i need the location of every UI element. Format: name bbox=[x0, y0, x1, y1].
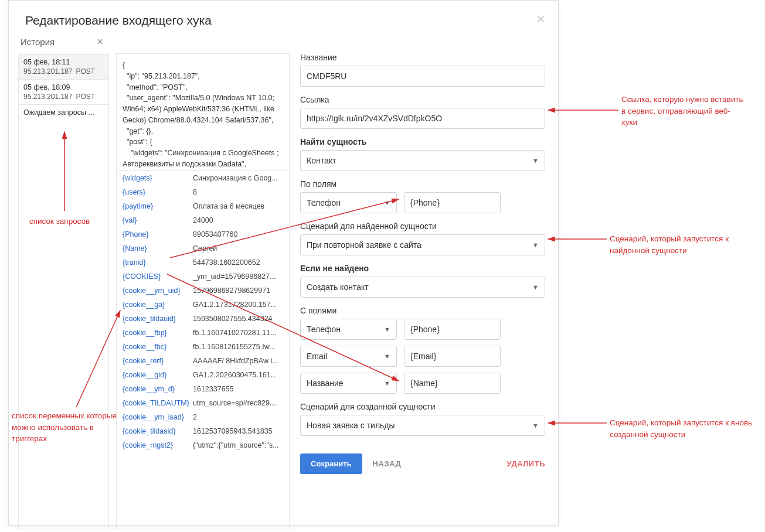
notfound-label: Если не найдено bbox=[300, 264, 545, 273]
variable-row[interactable]: {cookie_tildasid}1612537095943.541835 bbox=[117, 424, 289, 438]
variable-row[interactable]: {Name}Сергей bbox=[117, 241, 289, 255]
variable-value: fb.1.1607410270281.11... bbox=[193, 329, 283, 337]
variable-value: GA1.2.2026030475.161... bbox=[193, 371, 283, 379]
variable-key[interactable]: {Phone} bbox=[123, 230, 193, 238]
chevron-down-icon: ▼ bbox=[532, 284, 539, 291]
created-scenario-select[interactable]: Новая заявка с тильды ▼ bbox=[300, 415, 545, 436]
save-button[interactable]: Сохранить bbox=[300, 453, 362, 474]
variable-row[interactable]: {cookie__ga}GA1.2.1731728200.157... bbox=[117, 298, 289, 312]
withfields-label: С полями bbox=[300, 306, 545, 315]
modal-title: Редактирование входящего хука bbox=[25, 13, 542, 28]
history-clear-icon[interactable]: × bbox=[94, 36, 106, 48]
variable-row[interactable]: {users}8 bbox=[117, 185, 289, 199]
variables-table[interactable]: {widgets}Синхронизация с Goog...{users}8… bbox=[117, 171, 289, 530]
name-label: Название bbox=[300, 53, 545, 62]
variable-value: fb.1.1608126155275.Iw... bbox=[193, 343, 283, 351]
byfield-value-input[interactable] bbox=[404, 192, 501, 213]
withfield-select[interactable]: Email▼ bbox=[300, 346, 397, 367]
variable-key[interactable]: {Name} bbox=[123, 244, 193, 253]
history-item[interactable]: 05 фев, 18:11 95.213.201.187POST bbox=[19, 54, 108, 80]
webhook-edit-modal: Редактирование входящего хука × История … bbox=[8, 0, 559, 526]
history-column: 05 фев, 18:11 95.213.201.187POST 05 фев,… bbox=[18, 54, 109, 530]
variable-key[interactable]: {paytime} bbox=[123, 202, 193, 210]
withfield-row: Название▼ bbox=[300, 373, 545, 394]
delete-button[interactable]: УДАЛИТЬ bbox=[507, 459, 546, 468]
variable-row[interactable]: {cookie__ym_isad}2 bbox=[117, 410, 289, 424]
form-actions: Сохранить НАЗАД УДАЛИТЬ bbox=[300, 453, 545, 474]
variable-key[interactable]: {cookie_rerf} bbox=[123, 357, 193, 365]
history-meta: 95.213.201.187POST bbox=[23, 93, 104, 101]
variable-key[interactable]: {cookie__fbc} bbox=[123, 343, 193, 351]
history-meta: 95.213.201.187POST bbox=[23, 67, 104, 76]
variable-row[interactable]: {val}24000 bbox=[117, 213, 289, 227]
variable-row[interactable]: {cookie__fbc}fb.1.1608126155275.Iw... bbox=[117, 340, 289, 354]
variable-key[interactable]: {cookie__ym_d} bbox=[123, 385, 193, 393]
variable-value: {"utmz":{"utm_source":"s... bbox=[193, 441, 283, 449]
variable-key[interactable]: {cookie__ym_uid} bbox=[123, 287, 193, 295]
variable-key[interactable]: {COOKIES} bbox=[123, 272, 193, 281]
history-time: 05 фев, 18:09 bbox=[23, 83, 104, 91]
withfield-value-input[interactable] bbox=[404, 319, 501, 340]
variable-row[interactable]: {widgets}Синхронизация с Goog... bbox=[117, 171, 289, 185]
variable-key[interactable]: {cookie_tildasid} bbox=[123, 427, 193, 435]
variable-row[interactable]: {cookie_rerf}AAAAAF/ 8HkfdZpBAw i... bbox=[117, 354, 289, 368]
withfield-value-input[interactable] bbox=[404, 373, 501, 394]
annotation-requests-list: список запросов bbox=[29, 216, 90, 227]
variable-value: 89053407760 bbox=[193, 230, 283, 238]
chevron-down-icon: ▼ bbox=[532, 241, 539, 248]
history-header-row: История × bbox=[18, 36, 108, 52]
variable-value: 2 bbox=[193, 413, 283, 421]
variable-row[interactable]: {COOKIES}_ym_uid=15796986827... bbox=[117, 270, 289, 284]
variable-row[interactable]: {cookie__ym_d}1612337655 bbox=[117, 382, 289, 396]
find-entity-label: Найти сущность bbox=[300, 137, 545, 146]
variable-key[interactable]: {widgets} bbox=[123, 174, 193, 182]
byfield-select[interactable]: Телефон ▼ bbox=[300, 192, 397, 213]
variable-key[interactable]: {cookie_TILDAUTM} bbox=[123, 399, 193, 407]
find-entity-select[interactable]: Контакт ▼ bbox=[300, 150, 545, 171]
withfield-select[interactable]: Название▼ bbox=[300, 373, 397, 394]
variable-row[interactable]: {cookie_TILDAUTM}utm_source=sp#rec829... bbox=[117, 396, 289, 410]
variables-column: { "ip": "95.213.201.187", "method": "POS… bbox=[116, 53, 290, 530]
variable-row[interactable]: {tranid}544738:1602200652 bbox=[117, 255, 289, 270]
name-input[interactable] bbox=[300, 66, 545, 87]
withfield-row: Email▼ bbox=[300, 346, 545, 367]
variable-value: 1612337655 bbox=[193, 385, 283, 393]
variable-value: Сергей bbox=[193, 244, 283, 253]
history-label: История bbox=[21, 37, 55, 47]
variable-row[interactable]: {cookie__fbp}fb.1.1607410270281.11... bbox=[117, 326, 289, 340]
variable-row[interactable]: {cookie__gid}GA1.2.2026030475.161... bbox=[117, 368, 289, 382]
variable-key[interactable]: {tranid} bbox=[123, 258, 193, 267]
variable-key[interactable]: {cookie__ga} bbox=[123, 301, 193, 309]
variable-row[interactable]: {cookie_rngst2}{"utmz":{"utm_source":"s.… bbox=[117, 438, 289, 452]
variable-key[interactable]: {cookie__fbp} bbox=[123, 329, 193, 337]
history-waiting: Ожидаем запросы ... bbox=[19, 105, 108, 120]
variable-key[interactable]: {cookie__gid} bbox=[123, 371, 193, 379]
variable-row[interactable]: {Phone}89053407760 bbox=[117, 227, 289, 241]
variable-value: Оплата за 6 месяцев bbox=[193, 202, 283, 210]
variable-value: utm_source=sp#rec829... bbox=[193, 399, 283, 407]
variable-row[interactable]: {cookie_tildauid}1593508027555.434324 bbox=[117, 312, 289, 326]
annotation-link: Ссылка, которую нужно вставить в сервис,… bbox=[621, 94, 744, 128]
created-scenario-label: Сценарий для созданной сущности bbox=[300, 402, 545, 411]
close-icon[interactable]: × bbox=[536, 11, 545, 26]
variable-key[interactable]: {val} bbox=[123, 216, 193, 224]
variable-key[interactable]: {cookie__ym_isad} bbox=[123, 413, 193, 421]
modal-header: Редактирование входящего хука × bbox=[9, 1, 558, 36]
variable-key[interactable]: {cookie_tildauid} bbox=[123, 315, 193, 323]
link-input[interactable] bbox=[300, 108, 545, 129]
withfield-select[interactable]: Телефон▼ bbox=[300, 319, 397, 340]
back-button[interactable]: НАЗАД bbox=[373, 459, 402, 468]
found-scenario-select[interactable]: При повторной заявке с сайта ▼ bbox=[300, 234, 545, 255]
withfield-value-input[interactable] bbox=[404, 346, 501, 367]
byfields-label: По полям bbox=[300, 179, 545, 189]
request-raw-json: { "ip": "95.213.201.187", "method": "POS… bbox=[117, 54, 289, 171]
chevron-down-icon: ▼ bbox=[532, 157, 539, 164]
notfound-select[interactable]: Создать контакт ▼ bbox=[300, 277, 545, 298]
variable-key[interactable]: {users} bbox=[123, 188, 193, 196]
variable-value: 24000 bbox=[193, 216, 283, 224]
history-item[interactable]: 05 фев, 18:09 95.213.201.187POST bbox=[19, 80, 108, 105]
variable-row[interactable]: {cookie__ym_uid}1579698682798629971 bbox=[117, 284, 289, 298]
variable-row[interactable]: {paytime}Оплата за 6 месяцев bbox=[117, 199, 289, 213]
variable-key[interactable]: {cookie_rngst2} bbox=[123, 441, 193, 449]
chevron-down-icon: ▼ bbox=[384, 353, 390, 360]
